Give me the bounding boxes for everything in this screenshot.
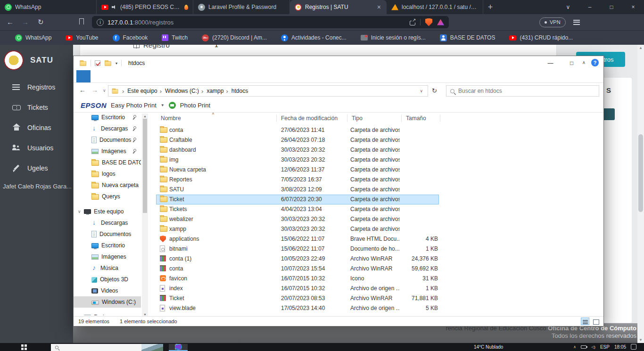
bookmark-item[interactable]: BASE DE DATOS [440,34,495,41]
photo-print-label[interactable]: Photo Print [180,102,210,109]
refresh-icon[interactable]: ↻ [432,87,437,94]
explorer-title-bar[interactable]: ▾ htdocs — □ × [74,56,603,70]
tab-search-button[interactable]: ∨ [557,0,579,14]
maximize-button[interactable]: □ [601,0,622,14]
tab-audio-icon[interactable] [112,5,117,9]
file-row[interactable]: Craftable 26/04/2023 07:18 Carpeta de ar… [156,135,439,145]
column-header-date[interactable]: Fecha de modificación [276,113,338,124]
explorer-minimize-button[interactable]: — [540,56,561,70]
nav-forward-icon[interactable]: → [91,86,98,94]
site-info-icon[interactable]: i [97,19,104,26]
bookmark-item[interactable]: Inicie sesión o regís... [361,34,426,41]
close-button[interactable]: × [622,0,644,14]
ribbon-tab[interactable] [91,70,105,82]
file-row[interactable]: dashboard 30/03/2023 20:32 Carpeta de ar… [156,145,439,155]
tree-item[interactable]: Imágenes [74,146,141,157]
epson-menu-label[interactable]: Easy Photo Print [111,102,157,109]
bookmark-item[interactable]: YouTube [66,34,98,41]
bookmark-item[interactable]: Twitch [162,34,188,41]
start-icon[interactable] [21,344,27,350]
file-row[interactable]: xampp 30/03/2023 20:32 Carpeta de archiv… [156,224,439,234]
qat-check-icon[interactable] [95,60,100,66]
bookmark-item[interactable]: Actividades - Conec... [281,34,347,41]
large-icons-view-icon[interactable] [591,318,600,325]
minimize-button[interactable]: – [579,0,601,14]
nav-history-icon[interactable]: ∨ [103,88,106,93]
search-highlight-image[interactable] [141,344,163,351]
details-view-icon[interactable] [581,318,589,325]
scroll-up-icon[interactable]: ▲ [637,46,644,50]
ribbon-tab[interactable] [105,70,119,82]
bookmark-item[interactable]: (2720) Discord | Am... [202,34,267,41]
scroll-down-icon[interactable]: ▼ [637,338,644,342]
bookmark-item[interactable]: WhatsApp [15,34,51,41]
clock[interactable]: 18:05 [614,344,626,350]
tree-item[interactable]: Documentos [74,134,141,146]
sidebar-item[interactable]: Ugeles [0,158,73,178]
tree-item[interactable]: Querys [74,191,141,202]
file-row[interactable]: favicon 16/07/2015 10:32 Icono 31 KB [156,274,439,284]
browser-tab[interactable]: Laravel Profile & Password [193,0,290,14]
bookmark-item[interactable]: (431) CRUD rápido... [509,34,573,41]
ribbon-collapse-icon[interactable]: ∧ [582,60,586,65]
file-row[interactable]: index 16/07/2015 10:32 Archivo de origen… [156,284,439,294]
user-name[interactable]: Jafet Caleb Rojas Gara... [0,178,73,195]
sidebar-item[interactable]: Registros [0,77,73,97]
column-header-size[interactable]: Tamaño [401,113,426,124]
file-row[interactable]: conta 27/06/2023 11:41 Carpeta de archiv… [156,125,439,135]
sidebar-item[interactable]: Oficinas [0,117,73,138]
bookmark-icon[interactable] [79,18,84,24]
language-indicator[interactable]: ESP [600,344,610,350]
tab-close-button[interactable]: × [376,3,382,11]
file-row[interactable]: Nueva carpeta 12/06/2023 11:37 Carpeta d… [156,165,439,175]
tray-expand-icon[interactable]: ∧ [573,345,576,349]
tree-item[interactable]: Escritorio [74,113,141,123]
notification-icon[interactable] [631,344,636,350]
back-button[interactable] [7,17,14,27]
photo-print-icon[interactable] [169,102,176,109]
tree-item[interactable]: Red [74,311,141,315]
vpn-button[interactable]: VPN [539,17,566,27]
share-icon[interactable] [410,21,415,25]
forward-button[interactable] [22,17,29,27]
browser-tab[interactable]: WhatsApp [0,0,97,14]
qat-customize-icon[interactable]: ▾ [116,61,117,65]
breadcrumb-bar[interactable]: › Este equipo › Windows (C:) › xampp › h… [108,85,428,97]
browser-tab[interactable]: (485) PERO ESOS CAMBIOS!!! [97,0,193,14]
tree-scrollbar[interactable]: ▲ ▼ [142,114,148,316]
browser-tab[interactable]: localhost / 127.0.0.1 / satu / registro [387,0,483,14]
browser-menu-icon[interactable] [573,20,580,25]
tree-caret-icon[interactable]: ∨ [78,209,84,214]
taskbar-search[interactable] [51,344,163,351]
file-row[interactable]: conta (1) 10/05/2023 22:49 Archivo WinRA… [156,254,439,264]
file-row[interactable]: Tickets 4/04/2023 13:04 Carpeta de archi… [156,204,439,214]
tree-item[interactable]: Descargas [74,123,141,134]
tree-scrollbar-thumb[interactable] [143,119,147,213]
tree-item[interactable]: Videos [74,285,141,296]
explorer-search-box[interactable] [446,85,599,97]
scrollbar-thumb[interactable] [638,134,643,212]
breadcrumb-segment[interactable]: › htdocs [223,88,248,95]
tree-item[interactable]: Documentos [74,229,141,240]
search-input[interactable] [458,88,595,94]
epson-dropdown-icon[interactable]: ▼ [161,103,165,107]
file-row[interactable]: Reportes 7/05/2023 16:37 Carpeta de arch… [156,175,439,185]
file-row[interactable]: applications 15/06/2022 11:07 Brave HTML… [156,234,439,244]
file-row[interactable]: Ticket 6/07/2023 20:30 Carpeta de archiv… [156,195,439,204]
sidebar-item[interactable]: Usuarios [0,138,73,158]
breadcrumb-segment[interactable]: › Este equipo [120,88,157,95]
file-row[interactable]: bitnami 15/06/2022 11:07 Documento de ho… [156,244,439,254]
file-row[interactable]: img 30/03/2023 20:32 Carpeta de archivos [156,155,439,165]
tree-scroll-down-icon[interactable]: ▼ [142,313,148,316]
volume-icon[interactable]: ◁) [591,345,595,349]
tree-item[interactable]: logos [74,168,141,180]
help-icon[interactable]: ? [591,59,599,66]
nav-back-icon[interactable]: ← [79,86,86,94]
browser-tab[interactable]: Registros | SATU × [290,0,387,14]
reload-button[interactable] [38,17,44,27]
battery-icon[interactable] [581,345,586,349]
page-scrollbar[interactable]: ▲ ▼ [637,45,644,343]
breadcrumb-segment[interactable]: › Windows (C:) [157,88,199,95]
file-row[interactable]: conta 10/07/2023 15:54 Archivo WinRAR 59… [156,264,439,274]
file-row[interactable]: view.blade 17/05/2023 14:40 Archivo de o… [156,303,439,313]
